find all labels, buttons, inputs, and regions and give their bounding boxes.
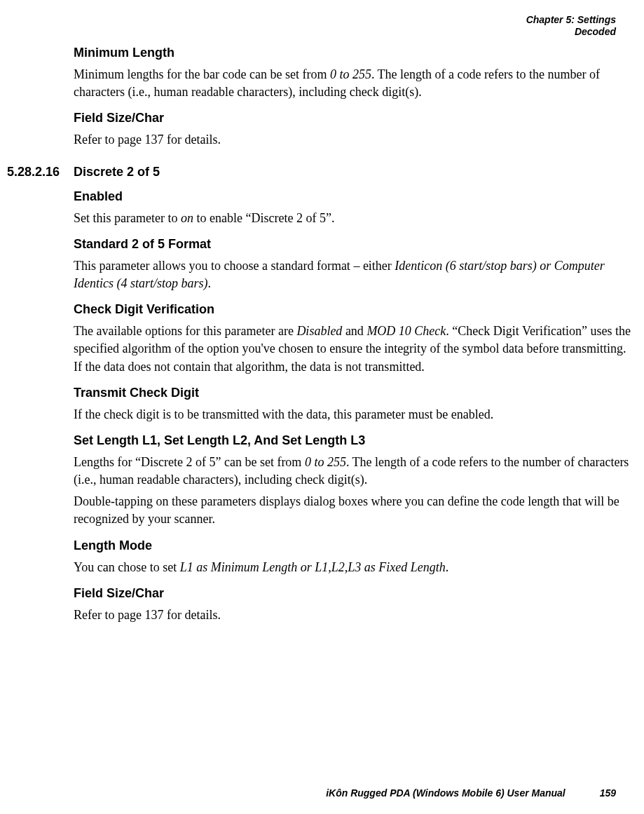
- header-chapter: Chapter 5: Settings: [526, 14, 616, 26]
- heading-check-digit: Check Digit Verification: [74, 302, 637, 317]
- body-length-mode: You can chose to set L1 as Minimum Lengt…: [74, 559, 637, 576]
- body-check-digit: The available options for this parameter…: [74, 323, 637, 376]
- section-number: 5.28.2.16: [7, 165, 60, 179]
- heading-transmit-check: Transmit Check Digit: [74, 386, 637, 400]
- body-set-length-2: Double-tapping on these parameters displ…: [74, 493, 637, 528]
- heading-length-mode: Length Mode: [74, 538, 637, 553]
- body-transmit-check: If the check digit is to be transmitted …: [74, 406, 637, 423]
- heading-standard-format: Standard 2 of 5 Format: [74, 237, 637, 252]
- body-minimum-length: Minimum lengths for the bar code can be …: [74, 66, 637, 101]
- body-field-size-1: Refer to page 137 for details.: [74, 131, 637, 149]
- page-header: Chapter 5: Settings Decoded: [526, 14, 616, 38]
- heading-minimum-length: Minimum Length: [74, 46, 637, 60]
- body-set-length-1: Lengths for “Discrete 2 of 5” can be set…: [74, 454, 637, 489]
- heading-set-length: Set Length L1, Set Length L2, And Set Le…: [74, 433, 637, 448]
- body-standard-format: This parameter allows you to choose a st…: [74, 257, 637, 292]
- header-section: Decoded: [526, 26, 616, 38]
- heading-field-size-2: Field Size/Char: [74, 586, 637, 601]
- body-enabled: Set this parameter to on to enable “Disc…: [74, 210, 637, 227]
- body-field-size-2: Refer to page 137 for details.: [74, 606, 637, 624]
- footer-page-number: 159: [600, 787, 616, 799]
- heading-enabled: Enabled: [74, 189, 637, 204]
- section-discrete: 5.28.2.16 Discrete 2 of 5: [74, 165, 637, 179]
- main-content: Minimum Length Minimum lengths for the b…: [74, 46, 637, 628]
- heading-field-size-1: Field Size/Char: [74, 111, 637, 126]
- heading-discrete: Discrete 2 of 5: [74, 165, 637, 179]
- page-footer: iKôn Rugged PDA (Windows Mobile 6) User …: [326, 787, 616, 799]
- footer-manual-title: iKôn Rugged PDA (Windows Mobile 6) User …: [326, 787, 566, 799]
